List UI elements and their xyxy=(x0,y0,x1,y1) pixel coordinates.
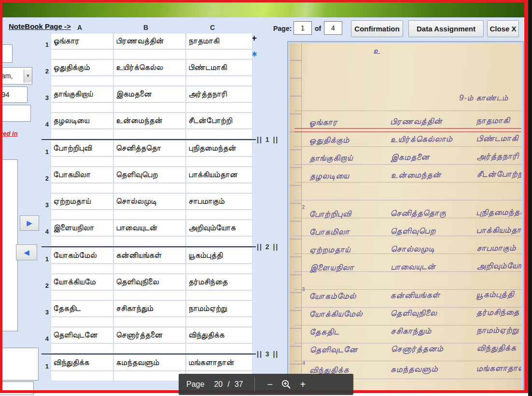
page-current-input[interactable]: 1 xyxy=(294,21,312,35)
grid-cell[interactable]: ஓங்கார xyxy=(51,33,113,49)
grid-cell[interactable]: சீடன்போற்றி xyxy=(186,113,252,129)
grid-cell[interactable]: போகமிலா xyxy=(51,167,113,183)
grid-gap-cell[interactable] xyxy=(51,264,113,274)
grid-cell[interactable]: பிண்டமாகி xyxy=(186,59,252,76)
left-number-input[interactable]: 94 xyxy=(0,86,28,103)
handwritten-heading: 9-ம் காண்டம் xyxy=(459,93,508,103)
grid-cell[interactable]: சாபமாகும் xyxy=(186,193,252,210)
grid-cell[interactable]: செனித்ததொ xyxy=(113,140,186,156)
grid-gap-cell[interactable] xyxy=(186,290,252,300)
grid-cell[interactable]: அர்த்தநாரி xyxy=(186,86,252,102)
grid-gap-cell[interactable] xyxy=(51,371,113,381)
grid-gap-cell[interactable] xyxy=(186,129,252,139)
grid-cell[interactable]: இளையநிலா xyxy=(51,220,113,236)
close-button[interactable]: Close X xyxy=(487,20,519,37)
grid-gap-cell[interactable] xyxy=(113,76,186,86)
grid-cell[interactable]: யூகம்புத்தி xyxy=(186,247,252,264)
handwritten-line: தேகதிடசசிகாந்தும்நாமம்ஏற்று xyxy=(309,322,518,342)
grid-gap-cell[interactable] xyxy=(186,76,252,86)
grid-gap-cell[interactable] xyxy=(113,102,186,113)
grid-cell[interactable]: தேகதிட xyxy=(51,300,113,317)
grid-gap-cell[interactable] xyxy=(51,317,113,327)
move-left-button[interactable]: ◀ xyxy=(16,244,37,260)
grid-gap-cell[interactable] xyxy=(113,236,186,246)
zoom-out-button[interactable]: − xyxy=(262,379,278,390)
grid-cell[interactable]: சுமந்தவளும் xyxy=(113,354,186,371)
grid-gap-cell[interactable] xyxy=(51,343,113,354)
grid-gap-cell[interactable] xyxy=(186,317,252,327)
grid-gap-cell[interactable] xyxy=(51,210,113,220)
data-assignment-button[interactable]: Data Assignment xyxy=(408,20,484,37)
row-number: 4 xyxy=(42,220,50,235)
grid-cell[interactable]: அறிவும்யோக xyxy=(186,220,252,236)
grid-gap-cell[interactable] xyxy=(51,183,113,193)
grid-cell[interactable]: போற்றிபுவி xyxy=(51,140,113,156)
grid-gap-cell[interactable] xyxy=(51,102,113,113)
grid-gap-cell[interactable] xyxy=(113,49,186,59)
grid-cell[interactable]: தர்மசிந்தை xyxy=(186,274,252,290)
grid-cell[interactable]: உயிர்க்கெல்ல xyxy=(113,59,186,76)
grid-cell[interactable]: பாக்கியம்தான xyxy=(186,167,252,183)
grid-cell[interactable]: தெளிவுபெற xyxy=(113,167,186,183)
grid-cell[interactable]: தாங்குகிறாய் xyxy=(51,86,113,102)
confirmation-button[interactable]: Confirmation xyxy=(351,20,403,37)
grid-cell[interactable]: ஒதுதிக்கும் xyxy=(51,59,113,76)
grid-cell[interactable]: ஏற்றமதாய் xyxy=(51,193,113,210)
grid-gap-cell[interactable] xyxy=(186,102,252,113)
grid-cell[interactable]: இகமதனை xyxy=(113,86,186,102)
grid-gap-cell[interactable] xyxy=(186,49,252,59)
grid-cell[interactable]: விந்துதிக்க xyxy=(186,327,252,343)
grid-gap-cell[interactable] xyxy=(113,156,186,167)
left-empty-input[interactable] xyxy=(0,105,31,122)
frame-border-top xyxy=(0,0,532,2)
grid-cell[interactable]: புநிதமைந்தன் xyxy=(186,140,252,156)
grid-cell[interactable]: விந்துதிக்க xyxy=(51,354,113,371)
grid-gap-cell[interactable] xyxy=(186,264,252,274)
grid-cell[interactable]: தெளிவுடனே xyxy=(51,327,113,343)
grid-cell[interactable]: யோக்கியமே xyxy=(51,274,113,290)
grid-cell[interactable]: நாமம்ஏற்று xyxy=(186,300,252,317)
grid-gap-cell[interactable] xyxy=(51,156,113,167)
grid-gap-cell[interactable] xyxy=(113,183,186,193)
grid-gap-cell[interactable] xyxy=(113,290,186,300)
grid-gap-cell[interactable] xyxy=(186,210,252,220)
move-right-button[interactable]: ▶ xyxy=(20,215,39,231)
magnifier-icon[interactable] xyxy=(278,377,294,392)
grid-gap-cell[interactable] xyxy=(51,49,113,59)
zoom-in-button[interactable]: + xyxy=(294,379,311,390)
grid-cell[interactable]: யோகம்மேல் xyxy=(51,247,113,264)
chevron-down-icon[interactable]: ▼ xyxy=(24,70,32,83)
grid-gap-cell[interactable] xyxy=(113,343,186,354)
page-total-input[interactable]: 4 xyxy=(324,21,342,35)
grid-gap-cell[interactable] xyxy=(51,236,113,246)
notebook-scan-panel[interactable]: உ 9-ம் காண்டம் ஓங்காரபிரணவத்தின்நாதமாகிஒ… xyxy=(287,41,524,392)
grid-cell[interactable]: கன்னியங்கள் xyxy=(113,247,186,264)
grid-gap-cell[interactable] xyxy=(51,129,113,139)
grid-cell[interactable]: தெளிவுநிலை xyxy=(113,274,186,290)
grid-gap-cell[interactable] xyxy=(113,210,186,220)
grid-cell[interactable]: பாவையுடன் xyxy=(113,220,186,236)
grid-cell[interactable]: சொல்லமுடி xyxy=(113,193,186,210)
grid-gap-cell[interactable] xyxy=(51,290,113,300)
grid-cell[interactable]: தழலடியை xyxy=(51,113,113,129)
left-bottom-input[interactable] xyxy=(0,348,39,381)
red-status-link[interactable]: ted in xyxy=(1,130,18,137)
left-dropdown[interactable]: am, ▼ xyxy=(0,67,32,85)
grid-gap-cell[interactable] xyxy=(113,371,186,381)
pdf-page-input[interactable]: 20 xyxy=(209,380,227,389)
grid-cell[interactable]: நாதமாகி xyxy=(186,33,252,49)
grid-cell[interactable]: சசிகாந்தும் xyxy=(113,300,186,317)
grid-gap-cell[interactable] xyxy=(186,343,252,354)
grid-cell[interactable]: மங்களாதான் xyxy=(186,354,252,371)
grid-cell[interactable]: உன்மைந்தன் xyxy=(113,113,186,129)
grid-gap-cell[interactable] xyxy=(51,76,113,86)
grid-gap-cell[interactable] xyxy=(113,264,186,274)
grid-gap-cell[interactable] xyxy=(113,129,186,139)
grid-gap-cell[interactable] xyxy=(186,183,252,193)
left-textarea[interactable] xyxy=(0,159,18,331)
grid-gap-cell[interactable] xyxy=(186,156,252,167)
grid-cell[interactable]: செனார்த்தனை xyxy=(113,327,186,343)
grid-gap-cell[interactable] xyxy=(186,236,252,246)
grid-cell[interactable]: பிரணவத்தின் xyxy=(113,33,186,49)
grid-gap-cell[interactable] xyxy=(113,317,186,327)
